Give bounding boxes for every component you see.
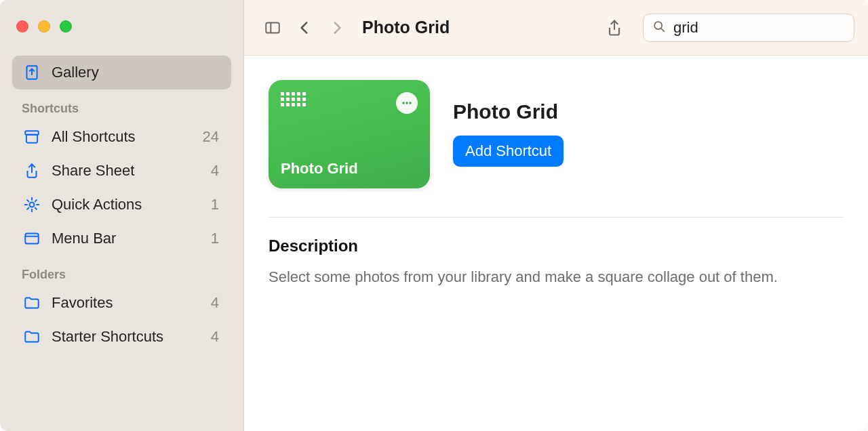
nav-buttons [294, 16, 347, 40]
toggle-sidebar-button[interactable] [260, 16, 285, 40]
hero-details: Photo Grid Add Shortcut [453, 80, 564, 167]
share-button[interactable] [602, 16, 627, 40]
sidebar-item-starter-shortcuts[interactable]: Starter Shortcuts 4 [12, 320, 231, 354]
svg-point-11 [402, 102, 404, 104]
folder-icon [22, 327, 42, 347]
sidebar-item-menu-bar[interactable]: Menu Bar 1 [12, 222, 231, 255]
main: Photo Grid [244, 0, 868, 431]
svg-rect-6 [266, 22, 279, 33]
sidebar-item-label: Gallery [52, 64, 222, 81]
shortcut-title: Photo Grid [453, 100, 564, 123]
folder-icon [22, 293, 42, 313]
menubar-icon [22, 228, 42, 249]
sidebar-item-label: Starter Shortcuts [52, 328, 211, 346]
archivebox-icon [22, 127, 42, 147]
sidebar-item-all-shortcuts[interactable]: All Shortcuts 24 [12, 120, 231, 154]
content: Photo Grid Photo Grid Add Shortcut Descr… [244, 56, 868, 431]
svg-rect-2 [26, 135, 37, 143]
sidebar-item-label: Quick Actions [52, 196, 211, 213]
description-heading: Description [269, 237, 844, 255]
svg-point-12 [406, 102, 408, 104]
close-window-button[interactable] [16, 20, 28, 33]
sidebar-item-label: Menu Bar [52, 230, 211, 247]
sidebar-item-count: 4 [211, 162, 222, 180]
sidebar-item-count: 4 [211, 294, 222, 312]
hero: Photo Grid Photo Grid Add Shortcut [269, 80, 844, 188]
sidebar-item-gallery[interactable]: Gallery [12, 56, 231, 89]
svg-point-3 [30, 203, 35, 207]
more-options-button[interactable] [396, 92, 418, 114]
app-window: Gallery Shortcuts All Shortcuts 24 S [0, 0, 868, 431]
svg-rect-4 [25, 233, 39, 243]
sidebar-section-title-folders: Folders [12, 255, 231, 286]
gear-icon [22, 194, 42, 215]
sidebar-item-label: Favorites [52, 294, 211, 312]
sidebar-item-count: 1 [211, 230, 222, 247]
sidebar-item-label: Share Sheet [52, 162, 211, 180]
minimize-window-button[interactable] [38, 20, 50, 33]
sidebar-item-count: 24 [203, 128, 222, 146]
sidebar-item-count: 4 [211, 328, 222, 346]
toolbar-title: Photo Grid [362, 18, 450, 37]
shortcut-tile[interactable]: Photo Grid [269, 80, 430, 188]
sidebar-item-favorites[interactable]: Favorites 4 [12, 286, 231, 320]
tile-title: Photo Grid [281, 160, 418, 178]
toolbar: Photo Grid [244, 0, 868, 56]
search-input[interactable] [673, 19, 860, 37]
sidebar-item-quick-actions[interactable]: Quick Actions 1 [12, 188, 231, 222]
svg-point-13 [409, 102, 411, 104]
gallery-icon [22, 62, 42, 83]
fullscreen-window-button[interactable] [60, 20, 72, 33]
sidebar: Gallery Shortcuts All Shortcuts 24 S [0, 0, 244, 431]
sidebar-item-label: All Shortcuts [52, 128, 203, 146]
sidebar-item-share-sheet[interactable]: Share Sheet 4 [12, 154, 231, 188]
share-icon [22, 161, 42, 181]
add-shortcut-button[interactable]: Add Shortcut [453, 136, 564, 167]
search-field[interactable] [643, 14, 854, 42]
search-icon [652, 19, 667, 37]
grid-icon [281, 92, 306, 106]
description-body: Select some photos from your library and… [269, 266, 844, 288]
sidebar-section-title-shortcuts: Shortcuts [12, 89, 231, 120]
svg-line-9 [661, 28, 664, 30]
window-controls [12, 12, 231, 41]
nav-forward-button[interactable] [327, 16, 347, 40]
section-divider [269, 217, 844, 218]
sidebar-item-count: 1 [211, 196, 222, 213]
nav-back-button[interactable] [294, 16, 315, 40]
